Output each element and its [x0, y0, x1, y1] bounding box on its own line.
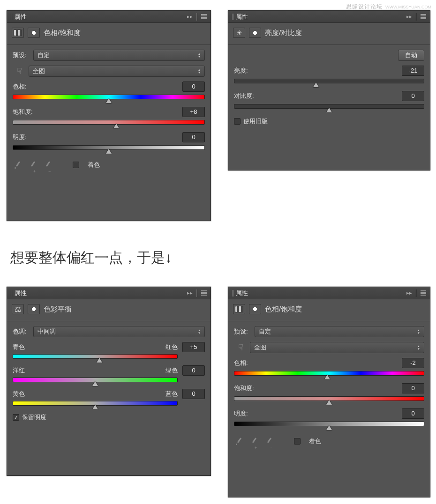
preset-value: 自定 — [38, 51, 50, 59]
panel-brightness-contrast: 属性 ▸▸ ☀ 亮度/对比度 自动 亮度: -21 对比度: 0 — [228, 10, 430, 170]
panel-menu-icon[interactable] — [201, 14, 207, 20]
adjustment-icon[interactable] — [12, 28, 24, 38]
sat-slider[interactable] — [234, 396, 424, 401]
balance-icon[interactable]: ⚖ — [12, 304, 24, 314]
sat-input[interactable]: 0 — [402, 383, 424, 393]
adjustment-icon[interactable] — [233, 304, 245, 314]
down-arrow-icon: ↓ — [165, 250, 172, 265]
panel-title: 属性 — [236, 13, 406, 21]
brightness-slider[interactable] — [234, 79, 424, 83]
colorize-label: 着色 — [309, 437, 321, 445]
contrast-input[interactable]: 0 — [402, 91, 424, 101]
magenta-green-slider[interactable] — [13, 378, 178, 382]
panel-hue-sat-2: 属性 ▸▸ 色相/饱和度 预设: 自定 ▲▼ ☟ 全图 ▲▼ 色 — [228, 287, 430, 497]
preserve-label: 保留明度 — [22, 413, 46, 422]
light-input[interactable]: 0 — [182, 132, 205, 142]
sat-slider[interactable] — [13, 120, 205, 125]
light-slider[interactable] — [234, 422, 424, 426]
grip-icon — [11, 14, 13, 20]
panel-controls: ▸▸ — [406, 289, 426, 297]
preset-value: 自定 — [259, 327, 271, 336]
panel-subtitle: 色彩平衡 — [44, 305, 72, 314]
panel-controls: ▸▸ — [187, 289, 207, 297]
hue-input[interactable]: -2 — [402, 358, 424, 368]
colorize-checkbox[interactable] — [73, 162, 79, 168]
mask-icon[interactable] — [249, 28, 261, 38]
mask-icon[interactable] — [28, 28, 40, 38]
eyedropper-icon[interactable] — [234, 437, 243, 446]
panel-title: 属性 — [15, 289, 187, 297]
grip-icon — [232, 290, 234, 296]
cr-input[interactable]: +5 — [182, 342, 205, 352]
range-value: 全图 — [254, 343, 266, 352]
panel-header[interactable]: 属性 ▸▸ — [7, 287, 210, 299]
auto-button[interactable]: 自动 — [398, 50, 424, 61]
eyedropper-plus-icon[interactable] — [249, 437, 258, 446]
legacy-label: 使用旧版 — [243, 117, 268, 126]
sat-label: 饱和度: — [13, 108, 33, 116]
mg-input[interactable]: 0 — [182, 365, 205, 376]
colorize-checkbox[interactable] — [294, 438, 301, 445]
range-value: 全图 — [33, 67, 45, 75]
eyedropper-plus-icon[interactable] — [28, 160, 37, 170]
legacy-checkbox[interactable] — [234, 118, 241, 125]
sat-input[interactable]: +8 — [182, 107, 205, 117]
brightness-icon[interactable]: ☀ — [233, 28, 245, 38]
cyan-red-slider[interactable] — [13, 354, 178, 359]
light-input[interactable]: 0 — [402, 408, 424, 419]
green-label: 绿色 — [165, 366, 178, 375]
contrast-slider[interactable] — [234, 104, 424, 109]
divider — [416, 289, 417, 297]
targeted-adjust-icon[interactable]: ☟ — [234, 342, 247, 353]
grip-icon — [232, 14, 234, 20]
panel-header[interactable]: 属性 ▸▸ — [228, 11, 430, 23]
red-label: 红色 — [165, 343, 178, 351]
panel-menu-icon[interactable] — [201, 290, 207, 296]
yellow-blue-slider[interactable] — [13, 401, 178, 406]
panel-hue-sat-1: 属性 ▸▸ 色相/饱和度 预设: 自定 ▲▼ ☟ 全图 ▲▼ 色 — [7, 10, 211, 221]
panel-subtitle: 色相/饱和度 — [44, 29, 81, 37]
panel-title: 属性 — [236, 289, 406, 297]
panel-header[interactable]: 属性 ▸▸ — [228, 287, 430, 299]
light-slider[interactable] — [13, 145, 205, 150]
panel-subtitle: 色相/饱和度 — [265, 305, 302, 314]
tone-dropdown[interactable]: 中间调 ▲▼ — [33, 326, 205, 337]
panel-header[interactable]: 属性 ▸▸ — [7, 11, 210, 23]
collapse-icon[interactable]: ▸▸ — [406, 290, 412, 296]
preset-label: 预设: — [13, 51, 33, 59]
hue-slider[interactable] — [13, 95, 205, 99]
magenta-label: 洋红 — [13, 366, 25, 375]
range-dropdown[interactable]: 全图 ▲▼ — [29, 66, 205, 77]
yb-input[interactable]: 0 — [182, 389, 205, 399]
yellow-label: 黄色 — [13, 390, 25, 398]
preset-dropdown[interactable]: 自定 ▲▼ — [33, 50, 205, 61]
collapse-icon[interactable]: ▸▸ — [187, 290, 193, 296]
mask-icon[interactable] — [28, 304, 40, 314]
divider — [196, 13, 197, 21]
range-dropdown[interactable]: 全图 ▲▼ — [250, 342, 424, 353]
mask-icon[interactable] — [249, 304, 261, 314]
hue-slider[interactable] — [234, 371, 424, 376]
preserve-checkbox[interactable]: ✓ — [13, 414, 19, 421]
brightness-input[interactable]: -21 — [402, 66, 424, 76]
hue-input[interactable]: 0 — [182, 82, 205, 92]
preset-dropdown[interactable]: 自定 ▲▼ — [255, 326, 424, 337]
collapse-icon[interactable]: ▸▸ — [406, 14, 412, 20]
panel-menu-icon[interactable] — [421, 290, 426, 296]
divider — [196, 289, 197, 297]
eyedropper-minus-icon[interactable] — [264, 437, 273, 446]
tone-label: 色调: — [13, 327, 33, 336]
panel-title: 属性 — [15, 13, 187, 21]
panel-controls: ▸▸ — [187, 13, 207, 21]
targeted-adjust-icon[interactable]: ☟ — [13, 66, 26, 76]
colorize-label: 着色 — [88, 161, 100, 169]
blue-label: 蓝色 — [165, 390, 178, 398]
panel-menu-icon[interactable] — [421, 14, 426, 20]
caption-text: 想要整体偏红一点，于是↓ — [10, 248, 172, 267]
panel-color-balance: 属性 ▸▸ ⚖ 色彩平衡 色调: 中间调 ▲▼ 青色 红色 +5 — [7, 287, 211, 476]
preset-label: 预设: — [234, 327, 255, 336]
eyedropper-minus-icon[interactable] — [43, 160, 52, 170]
eyedropper-icon[interactable] — [13, 160, 22, 170]
light-label: 明度: — [234, 409, 248, 418]
collapse-icon[interactable]: ▸▸ — [187, 14, 193, 20]
